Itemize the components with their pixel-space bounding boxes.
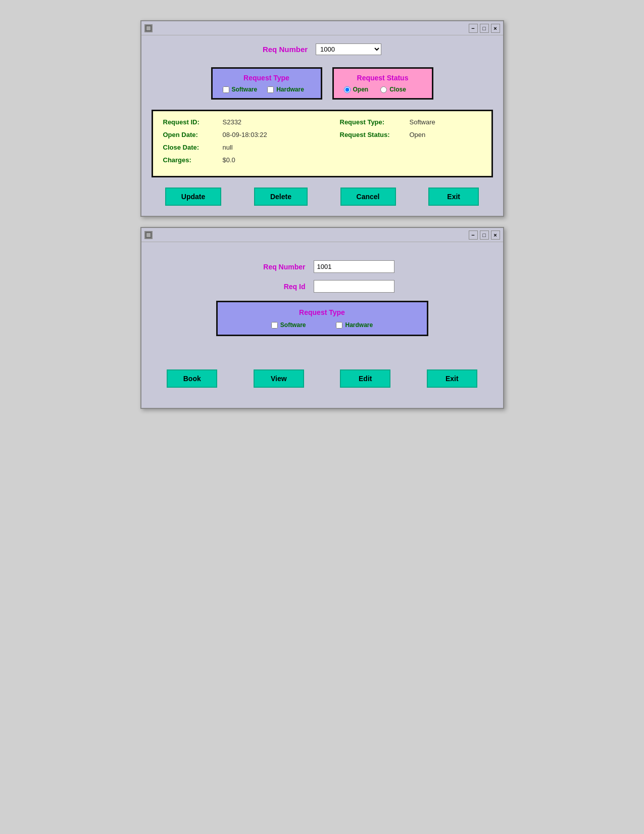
software-checkbox-item-2[interactable]: Software bbox=[271, 321, 306, 329]
charges-label: Charges: bbox=[163, 156, 219, 164]
hardware-checkbox-1[interactable] bbox=[267, 86, 274, 93]
software-checkbox-2[interactable] bbox=[271, 322, 278, 329]
request-id-label: Request ID: bbox=[163, 118, 219, 126]
app-icon-1 bbox=[144, 24, 153, 32]
button-row-2: Book View Edit Exit bbox=[152, 369, 493, 388]
request-type-title-2: Request Type bbox=[228, 308, 417, 316]
software-checkbox-1[interactable] bbox=[223, 86, 229, 93]
request-status-info-label: Request Status: bbox=[340, 131, 406, 138]
request-type-box-1: Request Type Software Hardware bbox=[211, 67, 322, 100]
close-button-2[interactable]: × bbox=[491, 230, 500, 240]
window-1-content: Req Number 1000 1001 1002 Request Type S… bbox=[141, 35, 503, 216]
minimize-button-1[interactable]: − bbox=[469, 24, 478, 33]
request-type-title-1: Request Type bbox=[223, 74, 311, 82]
view-button[interactable]: View bbox=[254, 369, 304, 388]
req-number-field-row: Req Number bbox=[152, 260, 493, 273]
exit-button-1[interactable]: Exit bbox=[428, 188, 479, 206]
info-row-2: Open Date: 08-09-18:03:22 Request Status… bbox=[163, 131, 481, 138]
open-date-value: 08-09-18:03:22 bbox=[223, 131, 267, 138]
close-radio[interactable] bbox=[380, 86, 387, 93]
open-date-label: Open Date: bbox=[163, 131, 219, 138]
request-type-checkboxes-2: Software Hardware bbox=[228, 321, 417, 329]
request-type-info-label: Request Type: bbox=[340, 118, 406, 126]
software-label-1: Software bbox=[232, 86, 258, 93]
book-button[interactable]: Book bbox=[167, 369, 217, 388]
window-1: − □ × Req Number 1000 1001 1002 Request … bbox=[140, 20, 504, 217]
close-button-1[interactable]: × bbox=[491, 24, 500, 33]
title-bar-1: − □ × bbox=[141, 21, 503, 35]
req-id-field-row: Req Id bbox=[152, 280, 493, 293]
window-2-content: Req Number Req Id Request Type Software … bbox=[141, 242, 503, 408]
open-radio-item[interactable]: Open bbox=[344, 86, 369, 93]
title-bar-controls-1: − □ × bbox=[469, 24, 500, 33]
request-status-title: Request Status bbox=[344, 74, 422, 82]
title-bar-2: − □ × bbox=[141, 228, 503, 242]
software-label-2: Software bbox=[280, 321, 306, 329]
request-status-box: Request Status Open Close bbox=[332, 67, 433, 100]
charges-value: $0.0 bbox=[223, 156, 235, 164]
req-id-input[interactable] bbox=[314, 280, 394, 293]
hardware-label-1: Hardware bbox=[276, 86, 304, 93]
close-date-label: Close Date: bbox=[163, 144, 219, 151]
svg-rect-3 bbox=[146, 233, 151, 237]
close-radio-item[interactable]: Close bbox=[380, 86, 406, 93]
info-right-1: Request Type: Software bbox=[340, 118, 481, 126]
title-bar-controls-2: − □ × bbox=[469, 230, 500, 240]
delete-button[interactable]: Delete bbox=[254, 188, 308, 206]
hardware-checkbox-2[interactable] bbox=[336, 322, 342, 329]
req-number-select[interactable]: 1000 1001 1002 bbox=[316, 43, 381, 55]
close-date-value: null bbox=[223, 144, 233, 151]
button-row-1: Update Delete Cancel Exit bbox=[152, 188, 493, 206]
request-type-checkboxes-1: Software Hardware bbox=[223, 86, 311, 93]
info-row-1: Request ID: S2332 Request Type: Software bbox=[163, 118, 481, 126]
info-row-4: Charges: $0.0 bbox=[163, 156, 481, 164]
request-id-value: S2332 bbox=[223, 118, 242, 126]
req-number-row-1: Req Number 1000 1001 1002 bbox=[152, 43, 493, 55]
edit-button[interactable]: Edit bbox=[340, 369, 390, 388]
close-label: Close bbox=[389, 86, 406, 93]
type-status-row: Request Type Software Hardware Request S… bbox=[152, 67, 493, 100]
update-button[interactable]: Update bbox=[165, 188, 221, 206]
hardware-label-2: Hardware bbox=[345, 321, 373, 329]
info-right-2: Request Status: Open bbox=[340, 131, 481, 138]
window-2: − □ × Req Number Req Id Request Type Sof… bbox=[140, 227, 504, 409]
request-status-radios: Open Close bbox=[344, 86, 422, 93]
req-number-label-1: Req Number bbox=[263, 45, 308, 54]
exit-button-2[interactable]: Exit bbox=[427, 369, 477, 388]
request-type-box-2: Request Type Software Hardware bbox=[216, 301, 428, 336]
cancel-button[interactable]: Cancel bbox=[340, 188, 396, 206]
open-label: Open bbox=[353, 86, 369, 93]
req-number-input[interactable] bbox=[314, 260, 394, 273]
request-type-info-value: Software bbox=[410, 118, 435, 126]
app-icon-2 bbox=[144, 231, 153, 239]
req-id-label: Req Id bbox=[250, 283, 306, 291]
maximize-button-1[interactable]: □ bbox=[480, 24, 489, 33]
info-panel: Request ID: S2332 Request Type: Software… bbox=[152, 110, 493, 177]
software-checkbox-item-1[interactable]: Software bbox=[223, 86, 258, 93]
minimize-button-2[interactable]: − bbox=[469, 230, 478, 240]
maximize-button-2[interactable]: □ bbox=[480, 230, 489, 240]
info-row-3: Close Date: null bbox=[163, 144, 481, 151]
req-number-label-2: Req Number bbox=[250, 263, 306, 271]
hardware-checkbox-item-2[interactable]: Hardware bbox=[336, 321, 373, 329]
open-radio[interactable] bbox=[344, 86, 351, 93]
hardware-checkbox-item-1[interactable]: Hardware bbox=[267, 86, 304, 93]
request-status-info-value: Open bbox=[410, 131, 426, 138]
svg-rect-1 bbox=[146, 26, 151, 30]
